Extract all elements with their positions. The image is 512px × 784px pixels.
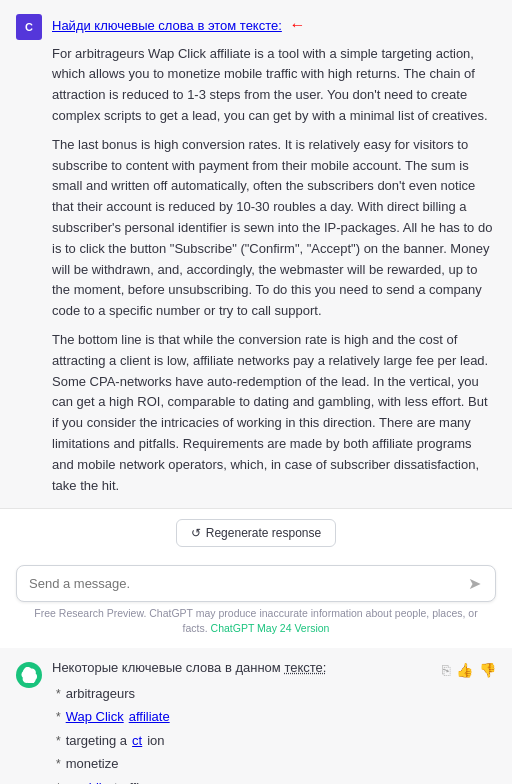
regen-button-1[interactable]: ↺ Regenerate response [176,519,336,547]
response-header-text: Некоторые ключевые слова в данном тексте… [52,660,326,675]
action-icons: ⎘ 👍 👎 [442,662,496,678]
input-wrapper-1: ➤ [16,565,496,602]
regen-bar-1: ↺ Regenerate response [0,508,512,557]
regen-label-1: Regenerate response [206,526,321,540]
body-paragraph-1: For arbitrageurs Wap Click affiliate is … [52,44,496,127]
response-header-linked: тексте: [284,660,326,675]
red-arrow-icon: ← [289,12,305,38]
send-icon-1: ➤ [468,574,481,593]
body-paragraph-3: The bottom line is that while the conver… [52,330,496,496]
keyword-item-monetize: * monetize [56,752,496,776]
keyword-item-targeting-action: * targeting action [56,729,496,753]
keyword-item-mobile-traffic: * mobile traffic [56,776,496,784]
prompt-label[interactable]: Найди ключевые слова в этом тексте: [52,18,282,33]
regen-icon-1: ↺ [191,526,201,540]
copy-icon[interactable]: ⎘ [442,662,450,678]
send-button-1[interactable]: ➤ [466,574,483,593]
thumbdown-icon[interactable]: 👎 [479,662,496,678]
user-message-block: C Найди ключевые слова в этом тексте: ← … [0,0,512,508]
disclaimer-1: Free Research Preview. ChatGPT may produ… [16,602,496,643]
disclaimer-link-1[interactable]: ChatGPT May 24 Version [211,622,330,634]
body-paragraph-2: The last bonus is high conversion rates.… [52,135,496,322]
user-avatar: C [16,14,42,40]
keywords-list: * arbitrageurs * Wap Clickaffiliate * ta… [56,682,496,784]
response-header-static: Некоторые ключевые слова в данном [52,660,284,675]
message-input-1[interactable] [29,576,466,591]
input-bar-1: ➤ Free Research Preview. ChatGPT may pro… [0,557,512,647]
keyword-item-wap-click: * Wap Clickaffiliate [56,705,496,729]
gpt-response-header: Некоторые ключевые слова в данном тексте… [16,660,496,784]
user-message-content: Найди ключевые слова в этом тексте: ← Fo… [52,12,496,496]
gpt-response-block: Некоторые ключевые слова в данном тексте… [0,648,512,784]
thumbup-icon[interactable]: 👍 [456,662,473,678]
keyword-item-arbitrageurs: * arbitrageurs [56,682,496,706]
gpt-avatar [16,662,42,688]
gpt-response-body: Некоторые ключевые слова в данном тексте… [52,660,496,784]
